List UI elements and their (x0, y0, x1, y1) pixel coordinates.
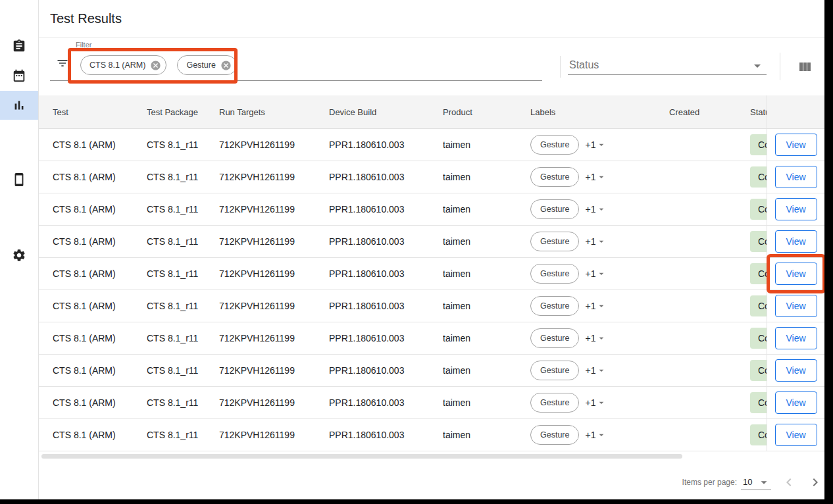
view-button[interactable]: View (775, 134, 817, 156)
horizontal-scrollbar[interactable] (41, 454, 682, 459)
more-labels-toggle[interactable]: +1 (585, 301, 607, 311)
status-badge: Completed (750, 328, 767, 349)
cell-test-package: CTS 8.1_r11 (147, 301, 219, 311)
label-chip[interactable]: Gesture (530, 232, 579, 251)
more-labels-count: +1 (585, 172, 595, 182)
more-labels-toggle[interactable]: +1 (585, 268, 607, 279)
view-button[interactable]: View (775, 263, 817, 285)
chevron-down-icon (596, 333, 607, 343)
cell-test: CTS 8.1 (ARM) (53, 268, 147, 279)
page-title: Test Results (50, 11, 122, 26)
sidebar (0, 0, 39, 499)
status-dropdown-arrow-icon[interactable] (749, 58, 765, 74)
label-chip[interactable]: Gesture (530, 361, 579, 380)
label-chip[interactable]: Gesture (530, 264, 579, 284)
cell-view: View (767, 129, 824, 161)
sidebar-item-test-results[interactable] (0, 91, 38, 120)
sidebar-item-devices[interactable] (0, 165, 38, 194)
more-labels-toggle[interactable]: +1 (585, 333, 607, 343)
more-labels-count: +1 (585, 268, 595, 279)
view-button[interactable]: View (775, 327, 817, 349)
view-button-wrap: View (775, 198, 817, 220)
previous-page-icon[interactable] (781, 474, 797, 490)
filter-list-icon[interactable] (56, 57, 69, 70)
more-labels-toggle[interactable]: +1 (585, 172, 607, 182)
cell-labels: Gesture +1 (530, 232, 669, 251)
column-header-run-targets[interactable]: Run Targets (219, 107, 329, 117)
cell-test: CTS 8.1 (ARM) (53, 333, 147, 343)
status-badge: Completed (750, 199, 767, 220)
status-select-placeholder[interactable]: Status (569, 59, 599, 71)
view-button[interactable]: View (775, 424, 817, 446)
more-labels-toggle[interactable]: +1 (585, 139, 607, 150)
column-header-status[interactable]: Status (750, 107, 767, 117)
view-button[interactable]: View (775, 198, 817, 220)
cell-device-build: PPR1.180610.003 (329, 268, 443, 279)
status-badge: Completed (750, 392, 767, 413)
view-button-wrap: View (775, 263, 817, 285)
main-content: Test Results Filter CTS 8.1 (ARM) Gestur… (39, 0, 824, 499)
more-labels-toggle[interactable]: +1 (585, 204, 607, 214)
toolbar-divider (560, 56, 561, 78)
table-row: CTS 8.1 (ARM) CTS 8.1_r11 712KPVH1261199… (39, 322, 824, 355)
sidebar-item-test-plans[interactable] (0, 32, 38, 61)
filter-input-underline[interactable] (50, 80, 542, 81)
column-header-device-build[interactable]: Device Build (329, 107, 443, 117)
view-button[interactable]: View (775, 359, 817, 382)
label-chip[interactable]: Gesture (530, 296, 579, 316)
cell-view: View (767, 355, 824, 386)
more-labels-count: +1 (585, 430, 595, 440)
column-header-test-package[interactable]: Test Package (147, 107, 219, 117)
status-badge: Completed (750, 360, 767, 381)
page-size-value: 10 (741, 477, 757, 487)
column-header-created[interactable]: Created (669, 107, 750, 117)
view-button-wrap: View (775, 230, 817, 253)
cell-view: View (767, 419, 824, 451)
cell-test-package: CTS 8.1_r11 (147, 139, 219, 150)
cell-run-targets: 712KPVH1261199 (219, 268, 329, 279)
sidebar-item-settings[interactable] (0, 241, 38, 270)
filter-chip[interactable]: CTS 8.1 (ARM) (80, 55, 166, 75)
remove-chip-icon[interactable] (150, 60, 161, 71)
more-labels-toggle[interactable]: +1 (585, 236, 607, 247)
label-chip[interactable]: Gesture (530, 425, 579, 445)
view-button-wrap: View (775, 327, 817, 349)
view-columns-icon[interactable] (797, 59, 813, 75)
cell-run-targets: 712KPVH1261199 (219, 172, 329, 182)
view-button-wrap: View (775, 424, 817, 446)
view-button[interactable]: View (775, 230, 817, 253)
remove-chip-icon[interactable] (220, 60, 232, 71)
column-header-product[interactable]: Product (443, 107, 530, 117)
page-size-select[interactable]: 10 (741, 474, 771, 490)
cell-device-build: PPR1.180610.003 (329, 139, 443, 150)
more-labels-count: +1 (585, 204, 595, 214)
more-labels-toggle[interactable]: +1 (585, 430, 607, 440)
label-chip[interactable]: Gesture (530, 167, 579, 187)
label-chip[interactable]: Gesture (530, 393, 579, 413)
table-header-row: Test Test Package Run Targets Device Bui… (39, 95, 824, 129)
more-labels-toggle[interactable]: +1 (585, 365, 607, 376)
view-button[interactable]: View (775, 166, 817, 188)
cell-test: CTS 8.1 (ARM) (53, 365, 147, 376)
view-button[interactable]: View (775, 295, 817, 317)
calendar-icon (12, 68, 26, 83)
view-button-wrap: View (775, 295, 817, 317)
status-select-underline[interactable] (568, 74, 767, 75)
column-header-test[interactable]: Test (53, 107, 147, 117)
cell-view: View (767, 226, 824, 257)
label-chip[interactable]: Gesture (530, 199, 579, 219)
filter-chip[interactable]: Gesture (177, 55, 236, 75)
cell-device-build: PPR1.180610.003 (329, 204, 443, 214)
sidebar-item-schedule[interactable] (0, 61, 38, 90)
label-chip[interactable]: Gesture (530, 135, 579, 155)
chevron-down-icon (596, 365, 607, 376)
column-header-labels[interactable]: Labels (530, 107, 669, 117)
cell-test-package: CTS 8.1_r11 (147, 236, 219, 247)
next-page-icon[interactable] (807, 474, 823, 490)
status-badge: Completed (750, 263, 767, 284)
table-row: CTS 8.1 (ARM) CTS 8.1_r11 712KPVH1261199… (39, 290, 824, 322)
more-labels-toggle[interactable]: +1 (585, 397, 607, 408)
view-button[interactable]: View (775, 391, 817, 414)
cell-status: Completed (750, 193, 767, 225)
label-chip[interactable]: Gesture (530, 328, 579, 348)
